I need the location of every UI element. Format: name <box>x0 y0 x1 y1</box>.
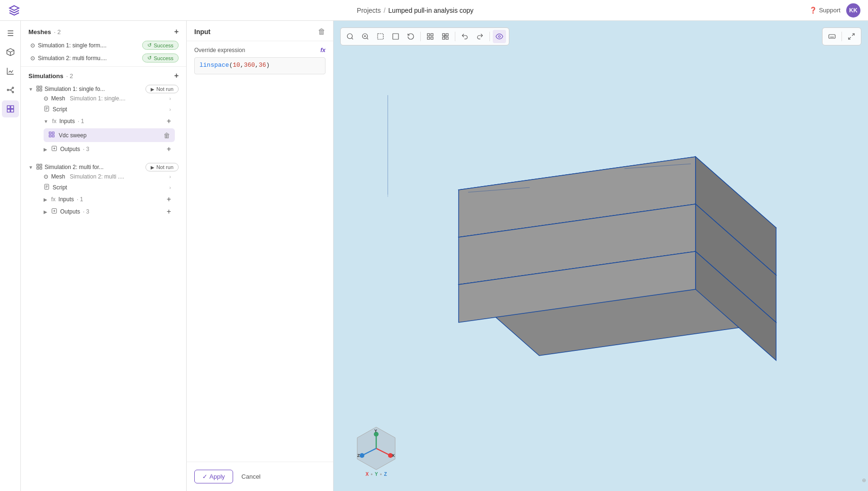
topbar: Projects / Lumped pull-in analysis copy … <box>0 0 868 21</box>
sim1-add-output-btn[interactable]: + <box>167 145 171 153</box>
simulation-2-item: ▼ Simulation 2: multi for... ▶ Not run <box>21 161 186 220</box>
svg-rect-23 <box>40 164 42 166</box>
viewport[interactable]: X Y Z X ● Y ● Z ⊕ <box>334 21 868 491</box>
gizmo-dot2: ● <box>380 472 382 476</box>
breadcrumb: Projects / Lumped pull-in analysis copy <box>357 7 473 14</box>
support-label: Support <box>819 7 841 14</box>
sim1-outputs-left: ▶ Outputs · 3 <box>44 145 89 153</box>
svg-rect-5 <box>7 109 10 112</box>
sim2-script-left: Script <box>44 184 67 191</box>
sim1-mesh-label: Mesh <box>51 95 65 102</box>
svg-point-2 <box>12 91 13 93</box>
input-panel-delete-btn[interactable]: 🗑 <box>318 27 326 36</box>
sim2-script-row[interactable]: Script › <box>44 182 175 193</box>
cancel-button[interactable]: Cancel <box>238 470 264 483</box>
sim1-mesh-row[interactable]: ⊙ Mesh Simulation 1: single.... › <box>44 93 175 104</box>
sidebar-nodes-btn[interactable] <box>2 81 19 98</box>
sim2-add-output-btn[interactable]: + <box>167 207 171 216</box>
svg-text:X: X <box>392 453 395 458</box>
gizmo-x-label: X <box>365 472 369 477</box>
svg-rect-3 <box>7 106 10 108</box>
fx-button[interactable]: fx <box>320 47 326 54</box>
svg-point-1 <box>12 87 13 89</box>
sim2-add-input-btn[interactable]: + <box>167 195 171 204</box>
mesh-item-2[interactable]: ⊙ Simulation 2: multi formu.... ↺ Succes… <box>21 52 186 64</box>
success-refresh-icon-2: ↺ <box>147 55 152 61</box>
sim2-mesh-label: Mesh <box>51 173 65 180</box>
svg-rect-22 <box>37 164 39 166</box>
sim2-mesh-row[interactable]: ⊙ Mesh Simulation 2: multi .... › <box>44 171 175 182</box>
tree-section: Meshes · 2 + ⊙ Simulation 1: single form… <box>21 21 186 491</box>
simulation-1-item: ▼ Simulation 1: single fo... ▶ Not run <box>21 83 186 157</box>
simulations-title: Simulations · 2 <box>28 72 73 80</box>
gizmo-dot1: ● <box>371 472 373 476</box>
sim2-outputs-label: Outputs <box>60 208 80 215</box>
sim1-mesh-chevron: › <box>169 96 171 101</box>
sim1-inputs-label: Inputs <box>59 118 75 125</box>
vdc-sweep-item[interactable]: Vdc sweep 🗑 <box>44 128 175 142</box>
vdc-sweep-delete-btn[interactable]: 🗑 <box>163 132 170 139</box>
sim1-notrun-badge: ▶ Not run <box>145 85 179 93</box>
sim2-outputs-collapse[interactable]: ▶ <box>44 209 47 214</box>
orientation-gizmo: X Y Z X ● Y ● Z <box>353 425 400 477</box>
user-avatar[interactable]: KK <box>846 3 860 18</box>
svg-rect-10 <box>40 89 42 91</box>
svg-text:Y: Y <box>374 429 377 433</box>
scroll-indicator: ⊕ <box>862 477 866 483</box>
mesh-2-status: Success <box>154 55 173 61</box>
simulation-1-row[interactable]: ▼ Simulation 1: single fo... ▶ Not run <box>28 85 179 93</box>
sim2-collapse-btn[interactable]: ▼ <box>28 165 33 170</box>
apply-button[interactable]: ✓ Apply <box>194 470 233 483</box>
svg-rect-18 <box>52 135 54 137</box>
sim1-children: ⊙ Mesh Simulation 1: single.... › <box>28 93 179 155</box>
input-panel-title: Input <box>194 28 210 36</box>
sidebar-simulation-btn[interactable] <box>2 100 19 117</box>
svg-rect-4 <box>10 106 13 108</box>
override-section: Override expression fx linspace(10,360,3… <box>187 41 333 462</box>
support-button[interactable]: ❓ Support <box>809 7 841 14</box>
sidebar-cube-btn[interactable] <box>2 44 19 61</box>
sim2-notrun-badge: ▶ Not run <box>145 163 179 171</box>
logo[interactable] <box>8 4 21 17</box>
breadcrumb-projects[interactable]: Projects <box>357 7 381 14</box>
sim2-inputs-collapse[interactable]: ▶ <box>44 197 47 202</box>
sim1-script-row[interactable]: Script › <box>44 104 175 115</box>
svg-rect-9 <box>37 89 39 91</box>
mesh-1-status: Success <box>154 43 173 48</box>
viewport-3d <box>334 21 868 491</box>
svg-rect-8 <box>40 86 42 88</box>
sim1-outputs-collapse[interactable]: ▶ <box>44 147 47 152</box>
sim1-script-label: Script <box>53 106 67 113</box>
override-label-row: Override expression fx <box>194 47 326 54</box>
sim1-inputs-icon: fx <box>52 118 56 125</box>
meshes-label: Meshes <box>28 28 51 36</box>
sim2-script-label: Script <box>53 184 67 191</box>
code-arg2: 360 <box>244 62 255 69</box>
question-icon: ❓ <box>809 7 817 14</box>
checkmark-icon: ✓ <box>202 473 208 480</box>
sim2-mesh-chevron: › <box>169 174 171 179</box>
sim2-outputs-row: ▶ Outputs · 3 + <box>44 205 175 218</box>
sim1-add-input-btn[interactable]: + <box>167 117 171 125</box>
sim1-collapse-btn[interactable]: ▼ <box>28 87 33 92</box>
3d-geometry <box>388 95 814 417</box>
code-comma1: , <box>240 62 244 69</box>
vdc-sweep-left: Vdc sweep <box>48 131 87 139</box>
vdc-icon <box>48 131 55 139</box>
action-row: ✓ Apply Cancel <box>187 462 333 491</box>
svg-text:Z: Z <box>357 453 360 458</box>
mesh-item-1[interactable]: ⊙ Simulation 1: single form.... ↺ Succes… <box>21 39 186 52</box>
sim1-script-left: Script <box>44 106 67 113</box>
sidebar-hamburger-btn[interactable]: ☰ <box>2 25 19 42</box>
add-simulation-button[interactable]: + <box>174 71 179 80</box>
code-editor[interactable]: linspace(10,360,36) <box>194 57 326 74</box>
sidebar-chart-btn[interactable] <box>2 62 19 80</box>
sim2-inputs-count: · 1 <box>77 196 83 203</box>
svg-point-77 <box>360 453 364 458</box>
mesh-2-success-badge: ↺ Success <box>142 54 179 62</box>
svg-rect-24 <box>37 167 39 169</box>
add-mesh-button[interactable]: + <box>174 27 179 36</box>
simulation-2-row[interactable]: ▼ Simulation 2: multi for... ▶ Not run <box>28 163 179 171</box>
sim1-inputs-left: ▼ fx Inputs · 1 <box>44 118 84 125</box>
sim1-inputs-collapse[interactable]: ▼ <box>44 119 48 124</box>
